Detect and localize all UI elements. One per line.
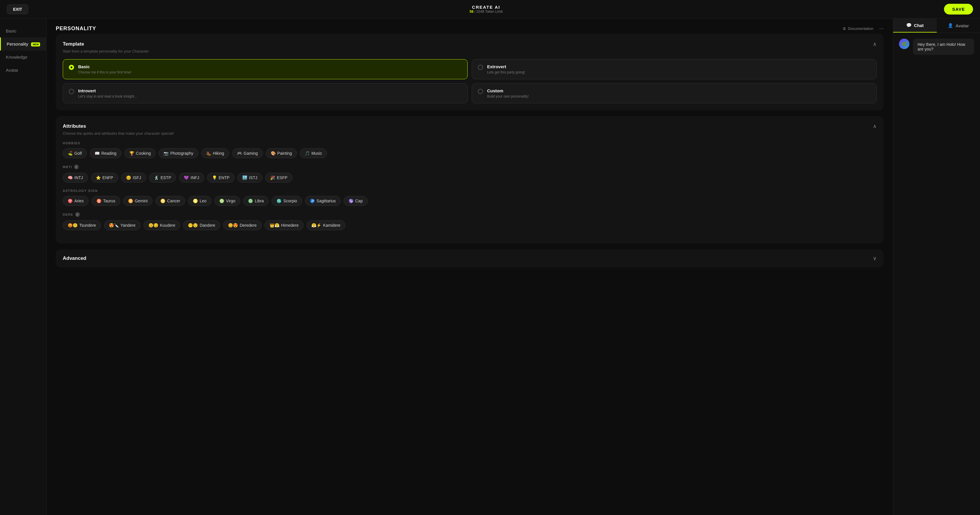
token-counter: 56 / 2048 Token Limit [470, 10, 503, 14]
chip-taurus[interactable]: ♉Taurus [91, 196, 120, 206]
chip-music[interactable]: 🎵Music [300, 148, 327, 158]
chip-cancer[interactable]: ♋Cancer [155, 196, 185, 206]
mbti-label: MBTI i [63, 165, 877, 169]
astrology-label: ASTROLOGY SIGN [63, 189, 877, 192]
radio-introvert[interactable] [69, 89, 74, 94]
radio-basic[interactable] [69, 65, 74, 70]
chip-yandere[interactable]: 😍🔪Yandere [104, 220, 141, 230]
template-name-introvert: Introvert [78, 88, 137, 93]
template-section: Template ∧ Start from a template persona… [56, 34, 884, 110]
chip-libra[interactable]: ♎Libra [243, 196, 269, 206]
tab-avatar[interactable]: 👤 Avatar [937, 19, 980, 32]
mbti-group: MBTI i 🧠INTJ ⭐ENFP 😊ISFJ 🕺ESTP 💜INFJ 💡EN… [63, 165, 877, 183]
template-name-custom: Custom [487, 88, 529, 93]
chip-enfp[interactable]: ⭐ENFP [91, 173, 118, 183]
radio-extrovert[interactable] [478, 65, 483, 70]
template-card-custom[interactable]: Custom Build your own personality! [472, 83, 877, 103]
dere-group: DERE i 😡🙃Tsundere 😍🔪Yandere 😐😏Kuudere 😶😌… [63, 212, 877, 230]
advanced-section: Advanced ∨ [56, 250, 884, 267]
template-grid: Basic Choose me if this is your first ti… [63, 59, 877, 103]
hobbies-label: HOBBIES [63, 141, 877, 145]
chip-cooking[interactable]: 🏆Cooking [124, 148, 156, 158]
sidebar-item-basic[interactable]: Basic [0, 24, 46, 37]
chip-istj[interactable]: 🏙️ISTJ [237, 173, 262, 183]
chip-reading[interactable]: 📖Reading [90, 148, 121, 158]
sidebar-item-avatar[interactable]: Avatar [0, 64, 46, 76]
chip-cap[interactable]: ♑Cap [344, 196, 368, 206]
chat-icon: 💬 [906, 23, 912, 28]
astrology-group: ASTROLOGY SIGN ♈Aries ♉Taurus ♊Gemini ♋C… [63, 189, 877, 206]
template-header: Template ∧ [63, 41, 877, 47]
attributes-header: Attributes ∧ [63, 123, 877, 129]
chip-scorpio[interactable]: ♏Scorpio [272, 196, 302, 206]
chip-infj[interactable]: 💜INFJ [179, 173, 204, 183]
chip-painting[interactable]: 🎨Painting [266, 148, 297, 158]
chat-area: 🌿 Hey there, I am Holo! How are you? [893, 33, 980, 515]
mbti-info-icon[interactable]: i [74, 165, 79, 169]
sidebar-item-knowledge[interactable]: Knowledge [0, 51, 46, 64]
chip-dandere[interactable]: 😶😌Dandere [183, 220, 220, 230]
chip-aries[interactable]: ♈Aries [63, 196, 89, 206]
chip-himedere[interactable]: 👑😤Himedere [265, 220, 304, 230]
topbar-title: CREATE AI [470, 5, 503, 10]
chip-sagittarius[interactable]: ♐Sagittarius [305, 196, 341, 206]
hobbies-chips: ⛳Golf 📖Reading 🏆Cooking 📷Photography 🥾Hi… [63, 148, 877, 158]
exit-button[interactable]: EXIT [7, 4, 28, 14]
panel-tabs: 💬 Chat 👤 Avatar [893, 19, 980, 33]
chip-esfp[interactable]: 🎉ESFP [265, 173, 293, 183]
chip-virgo[interactable]: ♍Virgo [214, 196, 240, 206]
chip-leo[interactable]: ♌Leo [188, 196, 211, 206]
chip-entp[interactable]: 💡ENTP [207, 173, 234, 183]
chip-intj[interactable]: 🧠INTJ [63, 173, 88, 183]
chip-tsundere[interactable]: 😡🙃Tsundere [63, 220, 101, 230]
right-panel: 💬 Chat 👤 Avatar 🌿 Hey there, I am Holo! … [893, 19, 980, 515]
chip-photography[interactable]: 📷Photography [159, 148, 198, 158]
chip-kuudere[interactable]: 😐😏Kuudere [143, 220, 180, 230]
section-header: PERSONALITY 🗎 Documentation ··· [56, 25, 884, 32]
mbti-chips: 🧠INTJ ⭐ENFP 😊ISFJ 🕺ESTP 💜INFJ 💡ENTP 🏙️IS… [63, 173, 877, 183]
avatar-icon: 👤 [948, 23, 953, 28]
topbar: EXIT CREATE AI 56 / 2048 Token Limit SAV… [0, 0, 980, 19]
more-options-icon[interactable]: ··· [879, 25, 884, 32]
attributes-subtitle: Choose the quirks and attributes that ma… [63, 131, 877, 135]
advanced-header[interactable]: Advanced ∨ [63, 255, 877, 262]
dere-info-icon[interactable]: i [75, 212, 80, 217]
chip-gaming[interactable]: 🎮Gaming [232, 148, 263, 158]
chip-gemini[interactable]: ♊Gemini [123, 196, 153, 206]
main-content: PERSONALITY 🗎 Documentation ··· Template… [46, 19, 893, 515]
template-desc-basic: Choose me if this is your first time! [78, 70, 131, 74]
sidebar-item-personality[interactable]: Personality NEW [0, 37, 46, 51]
template-card-basic[interactable]: Basic Choose me if this is your first ti… [63, 59, 468, 79]
template-desc-introvert: Let's stay in and read a book tonight... [78, 94, 137, 99]
template-desc-extrovert: Lets get this party going! [487, 70, 525, 74]
chip-kamidere[interactable]: 😤⚡Kamidere [306, 220, 345, 230]
new-badge: NEW [31, 42, 40, 46]
chip-estp[interactable]: 🕺ESTP [149, 173, 176, 183]
attributes-collapse-icon[interactable]: ∧ [873, 123, 877, 129]
doc-icon: 🗎 [843, 26, 846, 31]
template-name-extrovert: Extrovert [487, 64, 525, 69]
chip-golf[interactable]: ⛳Golf [63, 148, 87, 158]
avatar: 🌿 [899, 39, 909, 49]
template-name-basic: Basic [78, 64, 131, 69]
chip-deredere[interactable]: 😊😍Deredere [223, 220, 261, 230]
topbar-center: CREATE AI 56 / 2048 Token Limit [470, 5, 503, 14]
save-button[interactable]: SAVE [944, 4, 973, 14]
advanced-expand-icon[interactable]: ∨ [873, 255, 877, 262]
chip-isfj[interactable]: 😊ISFJ [121, 173, 146, 183]
documentation-link[interactable]: 🗎 Documentation [843, 26, 873, 31]
radio-custom[interactable] [478, 89, 483, 94]
dere-label: DERE i [63, 212, 877, 217]
chat-message: 🌿 Hey there, I am Holo! How are you? [899, 39, 974, 55]
astrology-chips: ♈Aries ♉Taurus ♊Gemini ♋Cancer ♌Leo ♍Vir… [63, 196, 877, 206]
template-card-extrovert[interactable]: Extrovert Lets get this party going! [472, 59, 877, 79]
template-collapse-icon[interactable]: ∧ [873, 41, 877, 47]
attributes-section: Attributes ∧ Choose the quirks and attri… [56, 116, 884, 243]
tab-chat[interactable]: 💬 Chat [893, 19, 937, 32]
template-title: Template [63, 41, 84, 47]
chip-hiking[interactable]: 🥾Hiking [201, 148, 229, 158]
app-layout: Basic Personality NEW Knowledge Avatar P… [0, 19, 980, 515]
template-card-introvert[interactable]: Introvert Let's stay in and read a book … [63, 83, 468, 103]
attributes-title: Attributes [63, 123, 86, 129]
sidebar: Basic Personality NEW Knowledge Avatar [0, 19, 46, 515]
